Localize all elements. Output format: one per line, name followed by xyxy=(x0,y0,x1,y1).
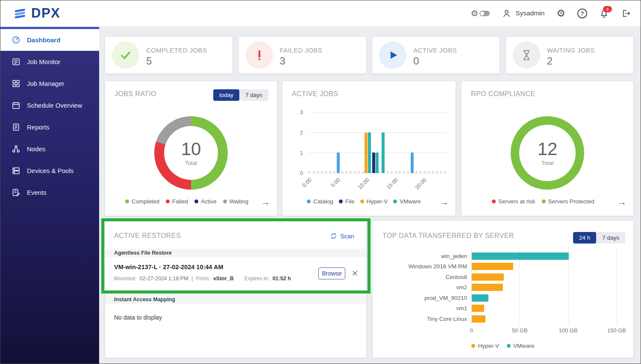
sidebar-item-schedule-overview[interactable]: Schedule Overview xyxy=(0,94,99,116)
active-restores-title: ACTIVE RESTORES xyxy=(114,232,181,240)
toggle-knob xyxy=(480,12,484,15)
active-jobs-details-arrow[interactable]: → xyxy=(440,197,449,206)
x-axis-label: 5:00 xyxy=(323,177,341,195)
x-axis-label: 0:00 xyxy=(294,177,312,195)
stat-card-waiting-jobs: WAITING JOBS2 xyxy=(506,37,633,73)
server-bar-track xyxy=(471,315,617,323)
toggle-option-24h[interactable]: 24 h xyxy=(573,232,596,244)
zero-bar-stub xyxy=(419,171,421,173)
mounted-label: Mounted: xyxy=(114,276,136,282)
bar-vmware xyxy=(368,132,371,173)
close-icon[interactable] xyxy=(351,269,359,277)
legend-dot xyxy=(125,200,129,203)
play-icon xyxy=(379,41,406,69)
toggle-track xyxy=(479,11,490,16)
rpo-total: 12 xyxy=(538,140,558,159)
restore-item-meta: Mounted: 02-27-2024 1:18 PM | From: vSto… xyxy=(114,276,293,282)
section-header-agentless: Agentless File Restore xyxy=(105,249,366,257)
jobs-ratio-details-arrow[interactable]: → xyxy=(261,197,270,206)
legend-label: Servers at risk xyxy=(498,198,535,205)
toggle-option-7days[interactable]: 7 days xyxy=(596,232,625,244)
server-row-vm1: vm1 xyxy=(373,303,617,314)
hourglass-icon xyxy=(513,41,540,69)
server-bar xyxy=(472,305,484,312)
gridline xyxy=(617,247,617,325)
bar-catalog xyxy=(411,153,414,173)
devices-icon xyxy=(12,166,21,175)
empty-state-text: No data to display xyxy=(114,314,162,321)
expires-label: Expires in: xyxy=(244,276,269,282)
server-bar xyxy=(472,294,488,302)
sidebar-item-label: Reports xyxy=(27,123,50,131)
top-data-chart: win_jedenWindows 2016 VM RMCentos8vm2pro… xyxy=(373,251,617,324)
sidebar-item-reports[interactable]: Reports xyxy=(0,116,99,138)
server-label: win_jeden xyxy=(373,253,471,259)
zero-bar-stub xyxy=(428,171,430,173)
help-icon[interactable]: ? xyxy=(577,9,587,18)
toggle-option-today[interactable]: today xyxy=(213,89,239,101)
section-header-label: Agentless File Restore xyxy=(114,250,172,256)
sidebar-nav: DashboardJob MonitorJob ManagerSchedule … xyxy=(0,29,99,203)
server-row-vm2: vm2 xyxy=(373,282,617,293)
stat-card-value: 0 xyxy=(413,55,419,67)
dpx-dashboard: DPX ⚙ Sysadmin ⚙ ? 3 DashboardJob Monito… xyxy=(0,0,641,364)
jobs-ratio-total-label: Total xyxy=(185,160,197,166)
x-axis-label: 10:00 xyxy=(352,177,370,195)
logo-text: DPX xyxy=(31,6,60,21)
events-icon xyxy=(12,188,21,197)
legend-label: Catalog xyxy=(313,198,333,205)
sidebar-item-label: Devices & Pools xyxy=(27,167,74,174)
zero-bar-stub xyxy=(341,171,344,173)
toggle-option-7days[interactable]: 7 days xyxy=(239,89,268,101)
browse-button[interactable]: Browse xyxy=(318,267,345,279)
job-monitor-icon xyxy=(12,57,21,66)
y-axis-label: 2 xyxy=(300,129,303,135)
top-data-legend-vmware: VMware xyxy=(507,343,535,349)
active-restores-card: ACTIVE RESTORES Scan Agentless File Rest… xyxy=(105,221,366,358)
zero-bar-stub xyxy=(440,171,442,173)
sidebar-item-job-monitor[interactable]: Job Monitor xyxy=(0,51,99,73)
sidebar-item-job-manager[interactable]: Job Manager xyxy=(0,73,99,94)
jobs-ratio-legend-waiting: Waiting xyxy=(223,198,249,205)
logo[interactable]: DPX xyxy=(13,0,60,26)
admin-settings-icon[interactable]: ⚙ xyxy=(556,9,565,18)
legend-label: Waiting xyxy=(229,198,249,205)
active-jobs-title: ACTIVE JOBS xyxy=(292,90,338,98)
bar-vmware xyxy=(376,153,379,173)
top-data-x-axis: 050 GB100 GB150 GB xyxy=(373,327,633,334)
legend-dot xyxy=(507,344,511,348)
zero-bar-stub xyxy=(350,171,352,173)
notifications-bell[interactable]: 3 xyxy=(599,9,609,18)
stat-card-value: 2 xyxy=(547,55,553,67)
y-axis-label: 3 xyxy=(300,109,303,115)
sidebar-item-devices-pools[interactable]: Devices & Pools xyxy=(0,160,99,182)
sidebar-item-dashboard[interactable]: Dashboard xyxy=(0,29,99,51)
y-axis-label: 1 xyxy=(300,150,303,156)
zero-bar-stub xyxy=(358,171,360,173)
sidebar-item-label: Job Monitor xyxy=(27,58,60,65)
legend-label: Hyper-V xyxy=(478,343,499,349)
exclamation-icon xyxy=(246,41,273,69)
from-value: vStor_B xyxy=(213,276,234,282)
legend-dot xyxy=(360,200,364,203)
jobs-ratio-legend: CompletedFailedActiveWaiting xyxy=(114,198,260,205)
sidebar-item-nodes[interactable]: Nodes xyxy=(0,138,99,160)
gridline xyxy=(309,132,447,133)
stat-card-title: WAITING JOBS xyxy=(547,47,595,54)
legend-label: Servers Protected xyxy=(548,198,594,205)
user-menu[interactable]: Sysadmin xyxy=(502,9,544,18)
server-label: Centos8 xyxy=(373,274,471,280)
logout-icon[interactable] xyxy=(621,9,631,18)
rpo-details-arrow[interactable]: → xyxy=(617,197,626,206)
sidebar-item-events[interactable]: Events xyxy=(0,182,99,203)
jobs-ratio-donut-chart: 10 Total xyxy=(154,116,228,190)
gear-icon: ⚙ xyxy=(470,9,478,18)
zero-bar-stub xyxy=(313,171,315,173)
server-bar-track xyxy=(471,273,617,281)
sidebar-item-label: Job Manager xyxy=(27,80,65,87)
sidebar-item-label: Schedule Overview xyxy=(27,102,82,109)
zero-bar-stub xyxy=(333,171,335,173)
settings-toggle[interactable]: ⚙ xyxy=(470,9,490,18)
scan-button[interactable]: Scan xyxy=(330,232,354,240)
server-bar xyxy=(472,252,569,260)
